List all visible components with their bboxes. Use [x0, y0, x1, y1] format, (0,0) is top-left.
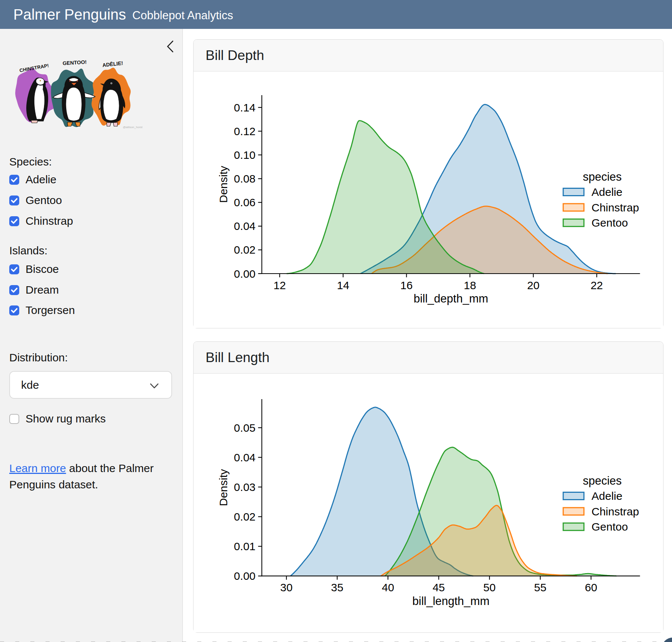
svg-text:45: 45 [432, 581, 444, 593]
svg-text:60: 60 [585, 581, 597, 593]
svg-text:20: 20 [527, 279, 539, 291]
svg-text:0.08: 0.08 [234, 173, 255, 185]
svg-text:bill_length_mm: bill_length_mm [412, 595, 490, 608]
svg-text:0.04: 0.04 [234, 451, 255, 464]
svg-text:@allison_horst: @allison_horst [123, 126, 143, 129]
svg-text:species: species [582, 170, 621, 183]
svg-text:0.00: 0.00 [234, 570, 255, 582]
svg-text:0.04: 0.04 [234, 220, 255, 232]
svg-text:18: 18 [464, 279, 476, 291]
svg-text:0.14: 0.14 [234, 101, 255, 114]
svg-text:species: species [582, 474, 621, 487]
svg-text:35: 35 [331, 581, 343, 593]
svg-text:0.02: 0.02 [234, 244, 255, 256]
svg-text:ADĒLIE!: ADĒLIE! [102, 60, 123, 68]
svg-text:40: 40 [382, 581, 394, 593]
svg-text:Chinstrap: Chinstrap [591, 201, 639, 214]
svg-text:Chinstrap: Chinstrap [591, 505, 639, 518]
svg-text:0.03: 0.03 [234, 481, 255, 493]
svg-text:12: 12 [273, 279, 286, 291]
svg-text:0.02: 0.02 [234, 511, 255, 523]
svg-text:bill_depth_mm: bill_depth_mm [413, 292, 488, 305]
svg-text:Adelie: Adelie [591, 490, 622, 502]
svg-text:Gentoo: Gentoo [591, 521, 628, 533]
svg-text:14: 14 [337, 279, 349, 291]
svg-text:0.06: 0.06 [234, 196, 255, 208]
svg-text:0.10: 0.10 [234, 149, 255, 161]
svg-text:30: 30 [280, 581, 292, 593]
svg-text:Adelie: Adelie [591, 186, 622, 198]
svg-text:Gentoo: Gentoo [591, 217, 628, 229]
svg-text:Density: Density [217, 469, 229, 506]
svg-text:0.01: 0.01 [234, 540, 255, 552]
svg-text:0.05: 0.05 [234, 422, 255, 434]
svg-text:0.00: 0.00 [234, 268, 255, 280]
svg-text:GENTOO!: GENTOO! [63, 59, 87, 66]
svg-text:Density: Density [217, 166, 229, 203]
svg-text:0.12: 0.12 [234, 125, 255, 137]
svg-text:55: 55 [534, 581, 546, 593]
svg-text:50: 50 [483, 581, 495, 593]
svg-text:22: 22 [590, 279, 602, 291]
svg-text:16: 16 [400, 279, 412, 291]
